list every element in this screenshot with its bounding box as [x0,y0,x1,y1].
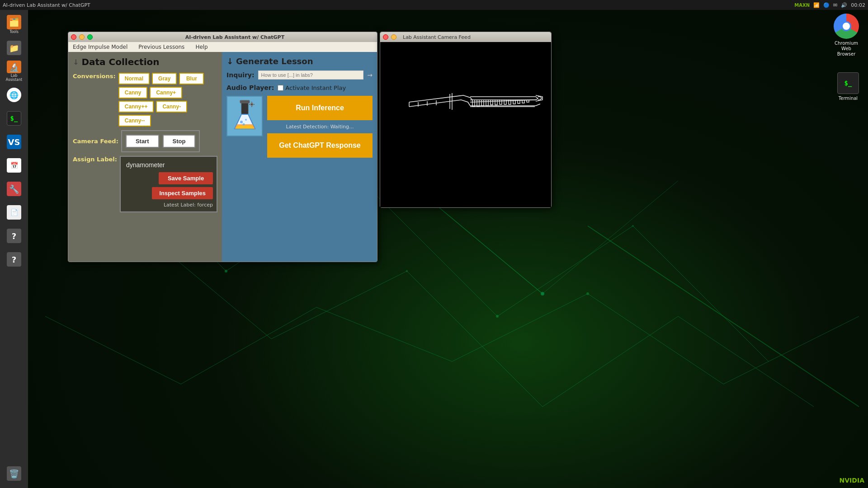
conv-btn-canny-plus[interactable]: Canny+ [150,87,182,99]
sidebar-item-chrome[interactable]: 🌐 [3,84,25,106]
sidebar-item-tools[interactable]: 🗂️ Tools [3,14,25,35]
generate-lesson-title: Generate Lesson [236,56,313,66]
lab-icon: 🔬 [7,61,21,73]
camera-feed-svg [382,57,549,192]
conv-btn-normal[interactable]: Normal [118,73,150,84]
svg-point-32 [242,123,245,125]
tools-icon: 🗂️ [7,15,21,29]
chrome-icon: 🌐 [7,88,21,102]
conv-btn-gray[interactable]: Gray [152,73,177,84]
chromium-icon-image [834,14,859,39]
sidebar-item-terminal[interactable]: $_ [3,108,25,129]
lab-label: LabAssistant [6,74,22,82]
camera-close-button[interactable] [383,34,388,40]
inference-section: Run Inference Latest Detection: Waiting.… [267,96,373,158]
camera-minimize-button[interactable] [391,34,396,40]
sidebar-item-text[interactable]: 📄 [3,202,25,223]
activate-instant-play-checkbox[interactable] [278,85,283,91]
svg-rect-37 [251,106,252,107]
conversions-label: Conversions: [73,73,116,80]
svg-marker-29 [236,126,254,129]
menu-previous-lessons[interactable]: Previous Lessons [137,43,186,51]
sidebar-item-lab[interactable]: 🔬 LabAssistant [3,61,25,82]
save-sample-button[interactable]: Save Sample [159,172,213,184]
sidebar-item-calendar[interactable]: 📅 [3,155,25,176]
inquiry-arrow-icon: → [367,71,373,79]
conversion-buttons-group: Normal Gray Blur Canny Canny+ Canny++ Ca… [118,73,217,127]
middle-section: Run Inference Latest Detection: Waiting.… [226,96,373,257]
arrow-icon: ↓ [73,58,79,66]
sidebar-item-settings[interactable]: 🔧 [3,178,25,200]
trash-icon: 🗑️ [7,466,21,481]
start-button[interactable]: Start [126,135,159,148]
terminal-desktop-icon[interactable]: $_ Terminal [837,72,859,101]
svg-rect-26 [241,102,248,114]
window-content: ↓ Data Collection Conversions: Normal Gr… [68,52,377,262]
data-collection-header: ↓ Data Collection [73,56,217,67]
lab-icon-box [226,96,263,136]
sidebar: 🗂️ Tools 📁 🔬 LabAssistant 🌐 $_ VS 📅 🔧 📄 … [0,10,28,488]
nvidia-bottom-icon: NVIDIA [840,476,864,484]
sidebar-item-vscode[interactable]: VS [3,131,25,153]
terminal-icon-image: $_ [837,72,859,94]
chromium-desktop-icon[interactable]: ChromiumWebBrowser [834,14,859,57]
svg-rect-33 [240,100,250,103]
camera-titlebar: Lab Assistant Camera Feed [380,32,551,42]
latest-label-text: Latest Label: forcep [164,202,213,208]
latest-detection-text: Latest Detection: Waiting... [267,124,373,130]
conversions-row: Conversions: Normal Gray Blur Canny Cann… [73,73,217,127]
app-window: AI-driven Lab Assistant w/ ChatGPT Edge … [68,32,377,262]
conv-btn-blur[interactable]: Blur [179,73,204,84]
activate-instant-play-text: Activate Instant Play [285,84,346,91]
chromium-label: ChromiumWebBrowser [835,41,858,57]
lesson-arrow-icon: ↓ [226,56,233,66]
svg-rect-39 [253,104,255,105]
files-icon: 📁 [7,41,21,55]
chromium-inner-circle [841,21,851,31]
maximize-button[interactable] [87,34,93,40]
help2-icon: ? [7,252,21,267]
lesson-header: ↓ Generate Lesson [226,56,373,66]
minimize-button[interactable] [79,34,85,40]
vscode-icon: VS [7,135,21,149]
wifi-icon: 📶 [813,2,820,8]
taskbar-left: AI-driven Lab Assistant w/ ChatGPT [3,2,90,8]
conv-btn-canny-minus[interactable]: Canny- [156,101,187,113]
audio-row: Audio Player: Activate Instant Play [226,84,373,91]
inquiry-input[interactable] [258,70,364,80]
app-title-taskbar: AI-driven Lab Assistant w/ ChatGPT [3,2,90,8]
help-icon: ? [7,229,21,243]
nvidia-icon: MAXN [794,3,810,8]
menu-help[interactable]: Help [193,43,209,51]
lab-flask-svg [230,99,259,133]
data-collection-title: Data Collection [81,56,159,67]
svg-rect-40 [382,57,549,192]
inspect-samples-button[interactable]: Inspect Samples [152,187,213,199]
chatgpt-button[interactable]: Get ChatGPT Response [267,133,373,158]
camera-window-title: Lab Assistant Camera Feed [403,34,471,40]
window-title: AI-driven Lab Assistant w/ ChatGPT [95,34,374,40]
taskbar: AI-driven Lab Assistant w/ ChatGPT MAXN … [0,0,868,10]
conv-btn-canny-plus-plus[interactable]: Canny++ [118,101,154,113]
run-inference-button[interactable]: Run Inference [267,96,373,120]
menu-edge-impulse[interactable]: Edge Impulse Model [71,43,129,51]
label-input[interactable] [124,160,213,169]
conv-btn-canny[interactable]: Canny [118,87,148,99]
camera-window: Lab Assistant Camera Feed [380,32,552,208]
bluetooth-icon: 🔵 [823,2,830,8]
settings-icon: 🔧 [7,182,21,196]
text-icon: 📄 [7,205,21,220]
svg-point-31 [245,119,247,121]
sidebar-item-files[interactable]: 📁 [3,37,25,59]
activate-instant-play-label[interactable]: Activate Instant Play [278,84,346,91]
speaker-icon: 🔊 [841,2,847,8]
svg-point-30 [240,121,243,123]
data-collection-panel: ↓ Data Collection Conversions: Normal Gr… [68,52,222,262]
sidebar-item-help2[interactable]: ? [3,249,25,270]
stop-button[interactable]: Stop [163,135,196,148]
sidebar-item-help[interactable]: ? [3,225,25,247]
conv-btn-canny-minus-minus[interactable]: Canny-- [118,115,151,127]
close-button[interactable] [71,34,76,40]
svg-point-35 [251,103,252,105]
sidebar-item-trash[interactable]: 🗑️ [3,463,25,484]
